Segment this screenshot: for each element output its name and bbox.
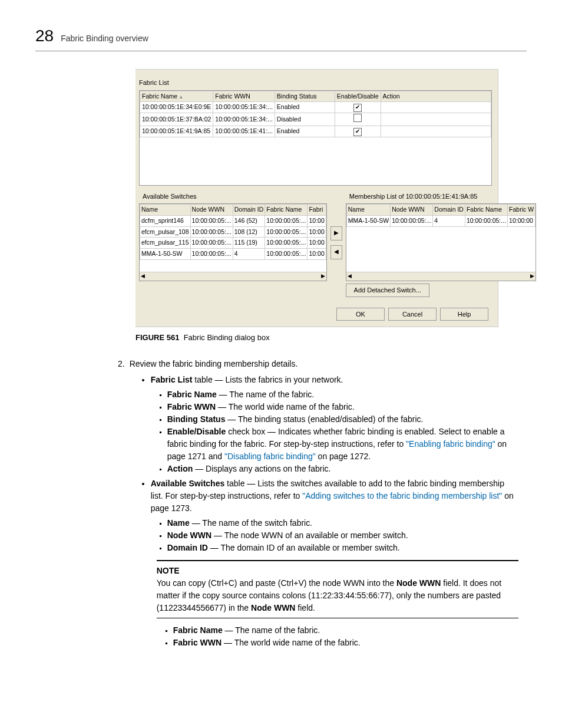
col-enable-disable[interactable]: Enable/Disable	[335, 91, 381, 102]
list-item: Enable/Disable check box — Indicates whe…	[167, 426, 518, 463]
col-fabric-wwn[interactable]: Fabric W	[508, 205, 535, 216]
col-domain-id[interactable]: Domain ID	[233, 205, 265, 216]
table-row[interactable]: 10:00:00:05:1E:34:E0:9E 10:00:00:05:1E:3…	[140, 102, 491, 113]
col-fabric-name[interactable]: Fabric Name	[140, 91, 213, 102]
step-text: Review the fabric binding membership det…	[130, 358, 518, 370]
step-number: 2.	[118, 358, 125, 651]
col-domain-id[interactable]: Domain ID	[433, 205, 465, 216]
col-node-wwn[interactable]: Node WWN	[190, 205, 233, 216]
fabric-list-label: Fabric List	[135, 75, 492, 90]
list-item: Fabric WWN — The world wide name of the …	[167, 401, 518, 413]
list-item: Name — The name of the switch fabric.	[167, 517, 518, 529]
page-title: Fabric Binding overview	[61, 32, 148, 45]
link-disabling[interactable]: "Disabling fabric binding"	[224, 452, 316, 461]
membership-list-table[interactable]: Name Node WWN Domain ID Fabric Name Fabr…	[346, 203, 536, 281]
list-item: Fabric Name — The name of the fabric.	[167, 388, 518, 401]
table-row[interactable]: 10:00:00:05:1E:41:9A:85 10:00:00:05:1E:4…	[140, 126, 491, 137]
table-row[interactable]: 10:00:00:05:1E:37:BA:02 10:00:00:05:1E:3…	[140, 113, 491, 126]
body-text: 2. Review the fabric binding membership …	[118, 358, 518, 651]
note-block: NOTE You can copy (Ctrl+C) and paste (Ct…	[157, 560, 518, 618]
table-row[interactable]: MMA-1-50-SW10:00:00:05:...410:00:00:05:.…	[140, 249, 326, 260]
col-fabric-wwn[interactable]: Fabric WWN	[213, 91, 275, 102]
col-fabric-wwn[interactable]: Fabri	[308, 205, 326, 216]
checkbox[interactable]	[353, 104, 362, 112]
scrollbar[interactable]: ◀▶	[140, 272, 326, 281]
add-detached-switch-button[interactable]: Add Detached Switch...	[346, 284, 429, 297]
list-item: Domain ID — The domain ID of an availabl…	[167, 542, 518, 554]
page-header: 28 Fabric Binding overview	[35, 24, 527, 51]
col-node-wwn[interactable]: Node WWN	[391, 205, 433, 216]
available-switches-label: Available Switches	[139, 189, 327, 204]
table-row[interactable]: efcm_pulsar_11510:00:00:05:...115 (19)10…	[140, 238, 326, 249]
checkbox[interactable]	[353, 114, 362, 122]
list-item: Fabric List table — Lists the fabrics in…	[151, 374, 518, 475]
help-button[interactable]: Help	[440, 308, 488, 321]
ok-button[interactable]: OK	[336, 308, 385, 321]
figure-caption: FIGURE 561 Fabric Binding dialog box	[135, 332, 527, 344]
col-name[interactable]: Name	[346, 205, 390, 216]
list-item: Action — Displays any actions on the fab…	[167, 463, 518, 475]
col-name[interactable]: Name	[140, 205, 191, 216]
list-item: Available Switches table — Lists the swi…	[151, 477, 518, 554]
link-enabling[interactable]: "Enabling fabric binding"	[406, 439, 495, 449]
page-number: 28	[35, 24, 54, 48]
col-fabric-name[interactable]: Fabric Name	[265, 205, 308, 216]
scrollbar[interactable]: ◀▶	[346, 272, 535, 281]
move-right-button[interactable]: ▶	[330, 226, 342, 241]
list-item: Fabric Name — The name of the fabric.	[173, 624, 518, 637]
list-item: Node WWN — The node WWN of an available …	[167, 529, 518, 542]
table-row[interactable]: dcfm_sprint14610:00:00:05:...146 (52)10:…	[140, 215, 326, 226]
fabric-list-table[interactable]: Fabric Name Fabric WWN Binding Status En…	[139, 90, 492, 186]
cancel-button[interactable]: Cancel	[388, 308, 437, 321]
link-adding[interactable]: "Adding switches to the fabric binding m…	[302, 491, 502, 500]
list-item: Binding Status — The binding status (ena…	[167, 413, 518, 426]
col-action[interactable]: Action	[381, 91, 491, 102]
table-row[interactable]: efcm_pulsar_10810:00:00:05:...108 (12)10…	[140, 226, 326, 238]
table-row[interactable]: MMA-1-50-SW10:00:00:05:...410:00:00:05:.…	[346, 215, 535, 226]
dialog-screenshot: Fabric List Fabric Name Fabric WWN Bindi…	[135, 69, 527, 327]
move-left-button[interactable]: ◀	[330, 245, 342, 259]
membership-list-label: Membership List of 10:00:00:05:1E:41:9A:…	[346, 189, 536, 204]
available-switches-table[interactable]: Name Node WWN Domain ID Fabric Name Fabr…	[139, 203, 327, 281]
col-fabric-name[interactable]: Fabric Name	[465, 205, 507, 216]
col-binding-status[interactable]: Binding Status	[275, 91, 335, 102]
checkbox[interactable]	[353, 128, 362, 136]
list-item: Fabric WWN — The world wide name of the …	[173, 637, 518, 649]
